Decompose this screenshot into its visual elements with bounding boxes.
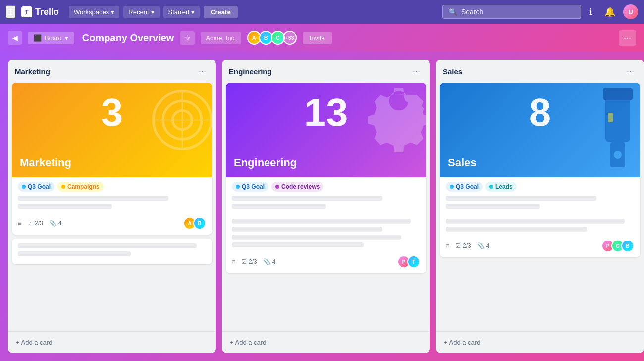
column-marketing-title: Marketing [15,67,50,76]
add-card-marketing[interactable]: + Add a card [14,336,210,349]
column-marketing-body: 3 Marketing Q3 Goal Campaigns [8,83,216,331]
recent-button[interactable]: Recent ▾ [123,6,159,18]
chevron-down-icon: ▾ [65,34,68,42]
column-sales-body: 8 Sales Q3 Goal Leads [436,83,644,331]
board-view-button[interactable]: ⬛ Board ▾ [28,32,74,44]
invite-button[interactable]: Invite [303,32,332,44]
skeleton-line [232,204,326,209]
cover-label-sales: Sales [448,156,477,169]
skeleton-line [18,196,168,201]
checklist-icon: ☑ [241,258,247,265]
card-avatars: A B [186,217,206,230]
skeleton-line [18,204,112,209]
column-engineering: Engineering ··· 13 Engineering [222,60,430,353]
trello-logo-box: T [21,6,32,17]
checklist-item: ☑ 2/3 [455,242,471,249]
trello-wordmark: Trello [35,7,59,17]
top-navigation: ⊞ T Trello Workspaces ▾ Recent ▾ Starred… [0,0,644,24]
chevron-down-icon: ▾ [111,8,114,16]
trello-logo[interactable]: T Trello [21,6,59,17]
star-button[interactable]: ☆ [180,31,195,45]
skeleton-line [446,227,587,232]
menu-icon-item: ≡ [232,258,235,265]
card-sales-main[interactable]: 8 Sales Q3 Goal Leads [440,83,640,257]
chevron-down-icon: ▾ [191,8,195,16]
column-engineering-body: 13 Engineering Q3 Goal Code reviews [222,83,430,331]
card-sales-tags: Q3 Goal Leads [440,177,640,214]
notifications-icon[interactable]: 🔔 [600,4,619,19]
skeleton-line [232,242,364,247]
more-options-button[interactable]: ··· [619,30,636,46]
skeleton-line [446,204,540,209]
column-engineering-menu[interactable]: ··· [410,65,423,78]
tag-campaigns: Campaigns [57,182,104,192]
add-card-engineering[interactable]: + Add a card [228,336,424,349]
member-count[interactable]: +33 [283,31,297,45]
column-sales-header: Sales ··· [436,60,644,83]
cover-number-marketing: 3 [101,93,123,132]
skeleton-line [232,219,411,224]
grid-icon[interactable]: ⊞ [6,5,15,18]
tag-dot [450,185,454,189]
tag-q3goal-engineering: Q3 Goal [232,182,268,192]
starred-button[interactable]: Starred ▾ [163,6,200,18]
card-avatar-2: B [193,217,206,230]
card-avatars: P T [400,255,420,268]
card-marketing-main[interactable]: 3 Marketing Q3 Goal Campaigns [12,83,212,235]
skeleton-line [446,196,596,201]
card-engineering-tags: Q3 Goal Code reviews [226,177,426,214]
attachment-item: 📎 4 [263,258,276,265]
column-sales: Sales ··· 8 [436,60,644,353]
column-engineering-header: Engineering ··· [222,60,430,83]
svg-rect-6 [603,88,633,100]
workspaces-button[interactable]: Workspaces ▾ [69,6,119,18]
tag-dot [275,185,279,189]
skeleton-line [232,227,382,232]
tag-leads: Leads [485,182,517,192]
tag-code-reviews: Code reviews [271,182,323,192]
card-sales-footer: ≡ ☑ 2/3 📎 4 P G B [440,237,640,257]
attachment-icon: 📎 [263,258,270,265]
tag-dot [22,185,26,189]
workspace-badge[interactable]: Acme, Inc. [201,32,241,44]
attachment-icon: 📎 [477,242,484,249]
sidebar-toggle-button[interactable]: ◀ [8,31,22,45]
user-avatar[interactable]: U [623,4,638,19]
cover-label-marketing: Marketing [20,156,71,169]
card-skeleton-content [12,239,212,264]
info-icon[interactable]: ℹ [585,4,596,19]
board-icon: ⬛ [34,34,42,42]
column-marketing-footer: + Add a card [8,331,216,353]
skeleton-line [18,251,131,256]
column-engineering-footer: + Add a card [222,331,430,353]
search-bar[interactable]: 🔍 Search [442,5,581,19]
cover-label-engineering: Engineering [234,156,297,169]
checklist-item: ☑ 2/3 [241,258,257,265]
add-card-sales[interactable]: + Add a card [442,336,638,349]
column-marketing-menu[interactable]: ··· [196,65,209,78]
card-sales-extra-skeletons [440,214,640,237]
card-avatars: P G B [604,240,634,252]
card-marketing-2[interactable] [12,239,212,264]
card-engineering-main[interactable]: 13 Engineering Q3 Goal Code reviews [226,83,426,273]
menu-icon-item: ≡ [18,220,21,227]
tag-q3goal-marketing: Q3 Goal [18,182,54,192]
tag-dot [236,185,240,189]
column-sales-menu[interactable]: ··· [624,65,637,78]
svg-rect-9 [608,113,613,122]
card-marketing-footer: ≡ ☑ 2/3 📎 4 A B [12,214,212,235]
attachment-item: 📎 4 [477,242,490,249]
card-engineering-extra-skeletons [226,214,426,252]
tag-dot [61,185,65,189]
create-button[interactable]: Create [204,6,237,18]
menu-icon-item: ≡ [446,242,449,249]
checklist-item: ☑ 2/3 [27,220,43,227]
checklist-icon: ☑ [27,220,33,227]
column-sales-footer: + Add a card [436,331,644,353]
tag-dot [489,185,493,189]
card-engineering-footer: ≡ ☑ 2/3 📎 4 P T [226,252,426,273]
skeleton-line [18,243,197,248]
member-avatars: A B C +33 [247,31,297,45]
search-icon: 🔍 [449,8,457,16]
column-sales-title: Sales [443,67,462,76]
